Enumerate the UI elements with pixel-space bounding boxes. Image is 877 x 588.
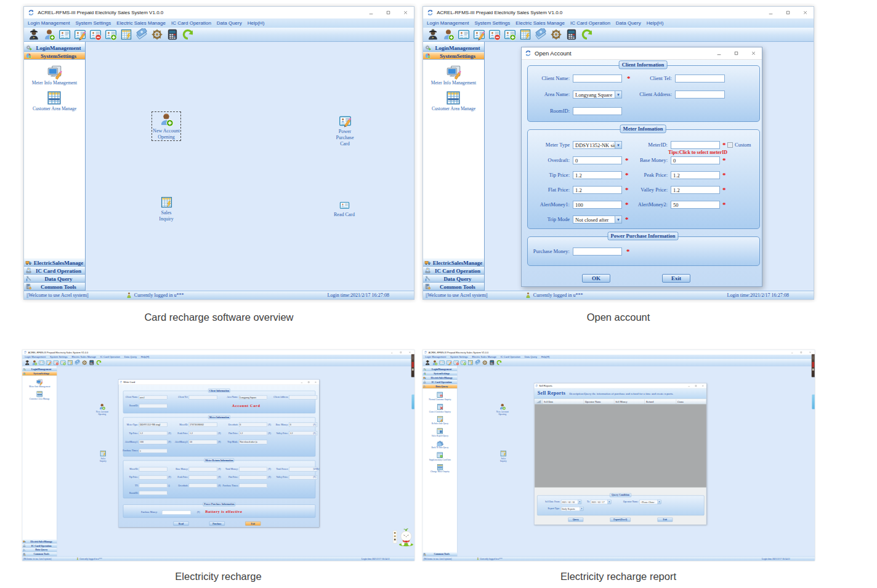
minimize-button[interactable] [788, 350, 797, 355]
desktop-icon-read-card[interactable]: Read Card [330, 200, 358, 218]
sidebar-item-change-meter-inquiry[interactable]: Change Meter Inquiry [430, 464, 450, 473]
sidebar-item-customer-area-manage[interactable]: Customer Area Manage [432, 90, 475, 111]
toolbar-button-helm[interactable] [81, 360, 88, 365]
toolbar-button-id-card[interactable] [456, 28, 471, 41]
dialog-maximize-button[interactable] [305, 380, 312, 385]
sidebar-section-electricsalesmanage[interactable]: ElectricSalesManage [22, 539, 57, 544]
minimize-button[interactable] [362, 7, 379, 18]
menu-item-help-h-[interactable]: Help(H) [541, 355, 550, 358]
dialog-minimize-button[interactable] [298, 380, 305, 385]
menu-item-electric-sales-manage[interactable]: Electric Sales Manage [472, 355, 496, 358]
toolbar-button-officer[interactable] [424, 360, 431, 365]
toolbar-button-card-edit[interactable] [471, 28, 487, 41]
toolbar-button-helm[interactable] [149, 28, 164, 41]
custom-checkbox[interactable] [727, 142, 733, 148]
toolbar-button-user-add[interactable] [431, 360, 438, 365]
field-input[interactable] [573, 75, 622, 83]
desktop-icon-new-account-opening[interactable]: New AccountOpening [90, 403, 115, 416]
desktop-icon-sales-inquiry[interactable]: SalesInquiry [491, 450, 515, 463]
toolbar-button-user-add[interactable] [31, 360, 38, 365]
toolbar-button-redo[interactable] [95, 360, 102, 365]
field-input[interactable] [189, 467, 217, 472]
field-input[interactable] [139, 491, 168, 495]
toolbar-button-helm[interactable] [548, 28, 564, 41]
desktop-icon-sales-inquiry[interactable]: SalesInquiry [152, 196, 180, 222]
sidebar-item-meter-info-management[interactable]: Meter Info Management [431, 64, 476, 86]
field-input[interactable] [189, 395, 217, 400]
sidebar-section-loginmanagement[interactable]: LoginManagement [422, 367, 457, 371]
sidebar-section-systemsettings[interactable]: SystemSettings [423, 52, 484, 60]
dialog-close-button[interactable] [700, 384, 706, 389]
toolbar-button-table-power[interactable] [67, 360, 74, 365]
exit-button[interactable]: Exit [658, 518, 673, 522]
toolbar-button-card-delete[interactable] [87, 28, 103, 41]
field-input[interactable]: 1.2 [671, 171, 720, 179]
toolbar-button-redo[interactable] [579, 28, 594, 41]
sidebar-section-systemsettings[interactable]: SystemSettings [422, 371, 457, 376]
menu-item-system-settings[interactable]: System Settings [450, 355, 468, 358]
export-excel-button[interactable]: Export(Excel) [610, 518, 631, 522]
menu-item-electric-sales-manage[interactable]: Electric Sales Manage [116, 20, 166, 26]
toolbar-button-officer[interactable] [23, 360, 31, 365]
menu-item-ic-card-operation[interactable]: IC Card Operation [171, 20, 211, 26]
toolbar-button-id-card[interactable] [438, 360, 446, 365]
field-input[interactable]: 100 [573, 201, 622, 209]
sidebar-section-loginmanagement[interactable]: LoginManagement [22, 367, 57, 371]
minimize-button[interactable] [387, 350, 397, 355]
menu-item-data-query[interactable]: Data Query [124, 355, 137, 358]
field-input[interactable]: 370730180002 [189, 422, 217, 427]
toolbar-button-card-delete[interactable] [453, 360, 460, 365]
maximize-button[interactable] [797, 350, 806, 355]
toolbar-button-card-add[interactable] [59, 360, 67, 365]
dialog-close-button[interactable] [745, 47, 762, 60]
menu-item-login-management[interactable]: Login Management [427, 20, 469, 26]
menu-item-electric-sales-manage[interactable]: Electric Sales Manage [515, 20, 565, 26]
minimize-button[interactable] [762, 7, 779, 18]
field-input[interactable]: 1.2 [139, 431, 168, 435]
field-input[interactable]: Longyang Square [239, 395, 267, 400]
column-header-sell-money[interactable]: Sell Money [614, 400, 645, 405]
field-input[interactable] [675, 75, 725, 83]
sidebar-section-electricsalesmanage[interactable]: ElectricSalesManage [24, 259, 85, 267]
sidebar-item-customer-area-manage[interactable]: Customer Area Manage [33, 90, 76, 111]
field-input[interactable]: 0 [239, 422, 267, 427]
sidebar-item-back-to-info-query[interactable]: Back To Info Query [431, 440, 448, 449]
toolbar-button-tickets[interactable] [74, 360, 81, 365]
toolbar-button-card-add[interactable] [502, 28, 517, 41]
ok-button[interactable]: OK [582, 274, 610, 283]
exit-button[interactable]: Exit [245, 522, 261, 526]
sidebar-section-systemsettings[interactable]: SystemSettings [22, 371, 57, 376]
toolbar-button-calculator[interactable] [164, 28, 180, 41]
field-input[interactable]: Not closed after (a [239, 440, 267, 445]
field-input[interactable] [239, 483, 267, 488]
menu-item-login-management[interactable]: Login Management [25, 355, 46, 358]
column-header-sell-date[interactable]: Sell Date [543, 400, 584, 405]
field-input[interactable] [189, 483, 217, 488]
field-input[interactable]: 100 [139, 440, 168, 445]
sidebar-item-normal-customer-inquiry[interactable]: Normal Customer Inquiry [429, 392, 451, 401]
sidebar-item-meter-info-management[interactable]: Meter Info Management [32, 64, 77, 86]
toolbar-button-user-add[interactable] [41, 28, 57, 41]
sidebar-section-loginmanagement[interactable]: LoginManagement [24, 44, 85, 52]
toolbar-button-tickets[interactable] [533, 28, 548, 41]
toolbar-button-tickets[interactable] [134, 28, 149, 41]
desktop-icon-new-account-opening[interactable]: New AccountOpening [490, 403, 515, 416]
sidebar-item-sales-report-query[interactable]: Sales Report Query [432, 427, 448, 437]
field-input[interactable]: 1.2 [573, 171, 622, 179]
toolbar-button-table-power[interactable] [517, 28, 533, 41]
field-input[interactable]: 1.2 [239, 431, 267, 435]
sidebar-section-data-query[interactable]: Data Query [422, 384, 457, 389]
query-button[interactable]: Query [568, 518, 584, 522]
menu-item-ic-card-operation[interactable]: IC Card Operation [100, 355, 120, 358]
field-input[interactable] [573, 248, 622, 256]
menu-item-help-h-[interactable]: Help(H) [141, 355, 150, 358]
toolbar-button-card-delete[interactable] [487, 28, 502, 41]
desktop-icon-power-purchase-card[interactable]: PowerPurchaseCard [331, 115, 359, 147]
field-input[interactable] [239, 475, 267, 480]
toolbar-button-id-card[interactable] [38, 360, 46, 365]
dialog-maximize-button[interactable] [692, 384, 699, 389]
menu-item-electric-sales-manage[interactable]: Electric Sales Manage [71, 355, 96, 358]
field-input[interactable] [671, 141, 720, 149]
menu-item-data-query[interactable]: Data Query [616, 20, 641, 26]
toolbar-button-card-edit[interactable] [72, 28, 87, 41]
